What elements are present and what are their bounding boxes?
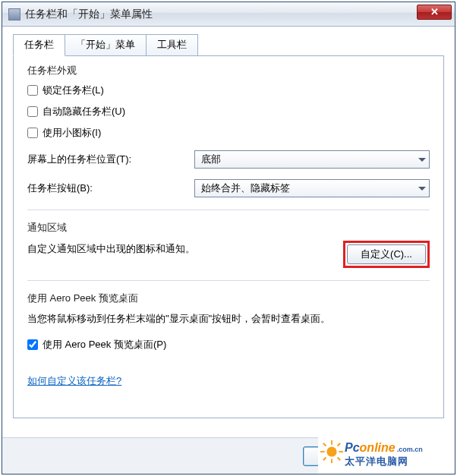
lock-taskbar-checkbox[interactable] — [27, 85, 38, 96]
titlebar[interactable]: 任务栏和「开始」菜单属性 ✕ — [2, 2, 455, 27]
divider — [27, 210, 430, 210]
group-appearance-label: 任务栏外观 — [27, 64, 430, 77]
aero-peek-checkbox[interactable] — [27, 339, 38, 350]
divider — [27, 280, 430, 281]
small-icons-row: 使用小图标(I) — [27, 126, 430, 140]
properties-dialog: 任务栏和「开始」菜单属性 ✕ 任务栏 「开始」菜单 工具栏 任务栏外观 锁定任务… — [2, 2, 455, 474]
position-value: 底部 — [201, 153, 221, 166]
window-icon — [8, 8, 20, 20]
tab-start-menu[interactable]: 「开始」菜单 — [65, 34, 147, 56]
lock-taskbar-label: 锁定任务栏(L) — [43, 84, 104, 97]
highlight-box: 自定义(C)... — [343, 241, 430, 268]
tab-toolbars[interactable]: 工具栏 — [146, 34, 198, 56]
small-icons-checkbox[interactable] — [27, 128, 38, 138]
cancel-button[interactable]: 取 — [376, 446, 441, 466]
taskbar-buttons-label: 任务栏按钮(B): — [27, 181, 194, 195]
button-bar: 确定 取 Pconline.com.cn 太平洋电脑网 — [2, 437, 455, 474]
taskbar-buttons-row: 任务栏按钮(B): 始终合并、隐藏标签 — [27, 179, 430, 197]
tab-panel-taskbar: 任务栏外观 锁定任务栏(L) 自动隐藏任务栏(U) 使用小图标(I) 屏幕上的任… — [13, 55, 444, 418]
taskbar-buttons-value: 始终合并、隐藏标签 — [201, 181, 290, 195]
close-button[interactable]: ✕ — [417, 5, 452, 20]
notify-desc: 自定义通知区域中出现的图标和通知。 — [27, 241, 337, 256]
taskbar-buttons-combobox[interactable]: 始终合并、隐藏标签 — [194, 179, 430, 197]
group-notify-label: 通知区域 — [27, 221, 430, 235]
window-title: 任务栏和「开始」菜单属性 — [25, 8, 153, 21]
close-icon: ✕ — [430, 6, 439, 17]
autohide-label: 自动隐藏任务栏(U) — [43, 105, 125, 118]
customize-button[interactable]: 自定义(C)... — [347, 244, 426, 264]
aero-peek-label: 使用 Aero Peek 预览桌面(P) — [43, 338, 166, 351]
tab-strip: 任务栏 「开始」菜单 工具栏 — [13, 34, 444, 56]
chevron-down-icon — [418, 158, 426, 162]
ok-button[interactable]: 确定 — [303, 446, 368, 466]
aero-desc: 当您将鼠标移动到任务栏末端的"显示桌面"按钮时，会暂时查看桌面。 — [27, 311, 430, 327]
svg-line-8 — [338, 443, 341, 446]
small-icons-label: 使用小图标(I) — [43, 126, 101, 140]
position-label: 屏幕上的任务栏位置(T): — [27, 153, 194, 166]
chevron-down-icon — [418, 187, 426, 191]
aero-peek-row: 使用 Aero Peek 预览桌面(P) — [27, 338, 430, 351]
tab-taskbar[interactable]: 任务栏 — [13, 34, 65, 56]
svg-line-5 — [323, 443, 326, 446]
lock-taskbar-row: 锁定任务栏(L) — [27, 84, 430, 97]
group-aero-label: 使用 Aero Peek 预览桌面 — [27, 292, 430, 305]
autohide-checkbox[interactable] — [27, 106, 38, 117]
autohide-row: 自动隐藏任务栏(U) — [27, 105, 430, 118]
position-combobox[interactable]: 底部 — [194, 150, 430, 169]
dialog-body: 任务栏 「开始」菜单 工具栏 任务栏外观 锁定任务栏(L) 自动隐藏任务栏(U)… — [2, 27, 455, 437]
notify-row: 自定义通知区域中出现的图标和通知。 自定义(C)... — [27, 241, 430, 268]
help-link[interactable]: 如何自定义该任务栏? — [27, 374, 121, 388]
position-row: 屏幕上的任务栏位置(T): 底部 — [27, 150, 430, 169]
